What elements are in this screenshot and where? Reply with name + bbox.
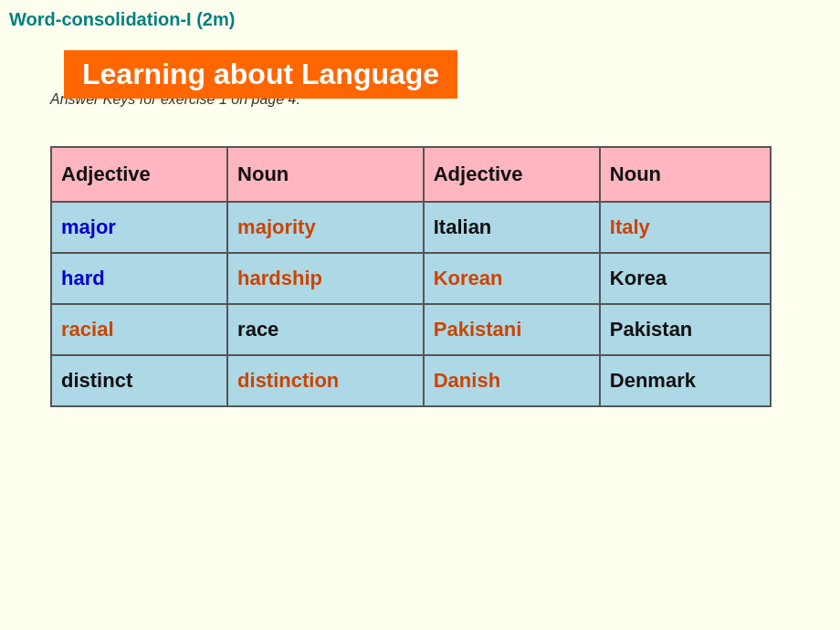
header-adj1: Adjective bbox=[51, 147, 227, 202]
table-cell-2-1: race bbox=[227, 304, 424, 355]
banner-title: Learning about Language bbox=[64, 50, 457, 99]
table-cell-0-2: Italian bbox=[424, 202, 600, 253]
table-cell-2-2: Pakistani bbox=[424, 304, 600, 355]
table-cell-3-3: Denmark bbox=[600, 355, 771, 406]
header-noun2: Noun bbox=[600, 147, 771, 202]
table-cell-2-3: Pakistan bbox=[600, 304, 771, 355]
table-cell-1-0: hard bbox=[51, 253, 227, 304]
table-cell-3-0: distinct bbox=[51, 355, 227, 406]
table-cell-1-1: hardship bbox=[227, 253, 424, 304]
page-title: Word-consolidation-I (2m) bbox=[9, 9, 235, 30]
table-cell-1-3: Korea bbox=[600, 253, 771, 304]
table-cell-0-3: Italy bbox=[600, 202, 771, 253]
table-cell-3-2: Danish bbox=[424, 355, 600, 406]
table-cell-3-1: distinction bbox=[227, 355, 424, 406]
header-noun1: Noun bbox=[227, 147, 424, 202]
table-cell-1-2: Korean bbox=[424, 253, 600, 304]
table-cell-0-0: major bbox=[51, 202, 227, 253]
table-row: racialracePakistaniPakistan bbox=[51, 304, 771, 355]
table-cell-0-1: majority bbox=[227, 202, 424, 253]
table-cell-2-0: racial bbox=[51, 304, 227, 355]
table-row: hardhardshipKoreanKorea bbox=[51, 253, 771, 304]
header-adj2: Adjective bbox=[424, 147, 600, 202]
table-row: majormajorityItalianItaly bbox=[51, 202, 771, 253]
table-row: distinctdistinctionDanishDenmark bbox=[51, 355, 771, 406]
answer-table: Adjective Noun Adjective Noun majormajor… bbox=[50, 146, 772, 407]
answer-table-container: Adjective Noun Adjective Noun majormajor… bbox=[50, 146, 772, 407]
